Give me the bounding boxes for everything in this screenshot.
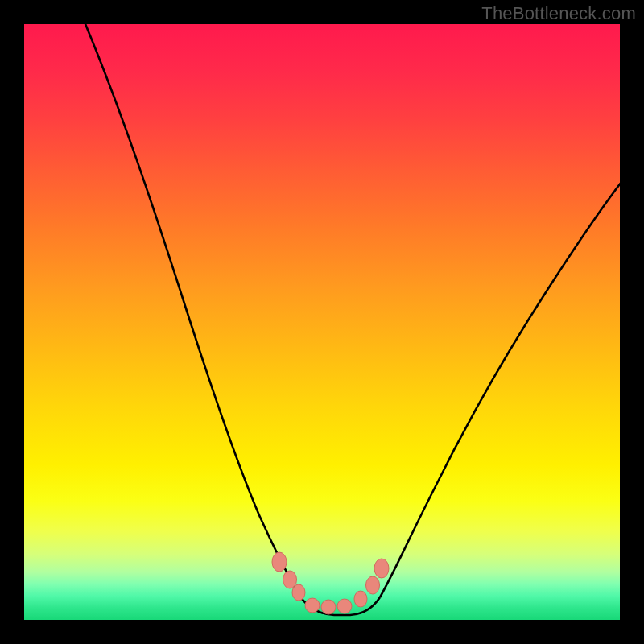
chart-svg <box>24 24 620 620</box>
marker-dot <box>305 598 320 613</box>
plot-area <box>24 24 620 620</box>
marker-dot <box>272 552 287 572</box>
curve-left <box>84 24 299 596</box>
marker-dot <box>374 559 389 578</box>
marker-dot <box>337 599 352 613</box>
chart-frame: TheBottleneck.com <box>0 0 644 644</box>
marker-dot <box>321 600 336 614</box>
watermark-text: TheBottleneck.com <box>481 3 636 24</box>
marker-dot <box>354 591 367 607</box>
valley-markers <box>272 552 389 614</box>
marker-dot <box>292 584 305 601</box>
curve-right <box>380 179 620 597</box>
marker-dot <box>366 576 380 594</box>
